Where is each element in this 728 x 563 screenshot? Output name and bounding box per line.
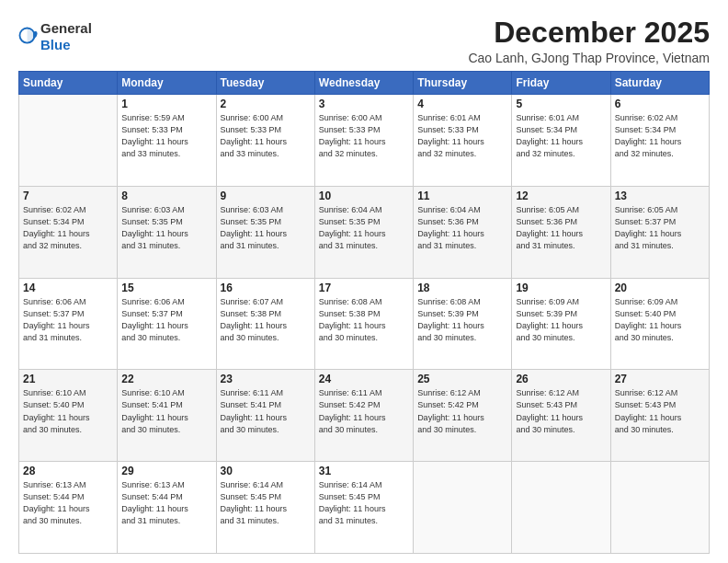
logo-text: General Blue (40, 20, 92, 53)
day-info: Sunrise: 6:06 AM Sunset: 5:37 PM Dayligh… (23, 296, 113, 344)
calendar-cell: 10Sunrise: 6:04 AM Sunset: 5:35 PM Dayli… (314, 186, 413, 278)
day-info: Sunrise: 6:01 AM Sunset: 5:34 PM Dayligh… (516, 112, 606, 160)
day-number: 31 (319, 465, 409, 477)
day-info: Sunrise: 6:04 AM Sunset: 5:36 PM Dayligh… (417, 204, 507, 252)
calendar-week-row: 14Sunrise: 6:06 AM Sunset: 5:37 PM Dayli… (19, 278, 710, 370)
day-number: 4 (417, 98, 507, 110)
header: General Blue December 2025 Cao Lanh, GJo… (18, 17, 710, 65)
calendar-cell: 9Sunrise: 6:03 AM Sunset: 5:35 PM Daylig… (216, 186, 314, 278)
day-info: Sunrise: 6:00 AM Sunset: 5:33 PM Dayligh… (319, 112, 409, 160)
calendar-day-header: Sunday (19, 72, 118, 95)
day-info: Sunrise: 6:09 AM Sunset: 5:40 PM Dayligh… (615, 296, 705, 344)
calendar-cell: 2Sunrise: 6:00 AM Sunset: 5:33 PM Daylig… (216, 95, 314, 187)
day-number: 21 (23, 373, 113, 385)
logo: General Blue (18, 20, 92, 53)
calendar-cell: 24Sunrise: 6:11 AM Sunset: 5:42 PM Dayli… (314, 370, 413, 462)
calendar-cell (19, 95, 118, 187)
day-number: 6 (615, 98, 705, 110)
calendar-header-row: SundayMondayTuesdayWednesdayThursdayFrid… (19, 72, 710, 95)
day-number: 5 (516, 98, 606, 110)
day-number: 10 (319, 190, 409, 202)
calendar-cell: 27Sunrise: 6:12 AM Sunset: 5:43 PM Dayli… (610, 370, 709, 462)
day-number: 2 (221, 98, 311, 110)
day-number: 14 (23, 282, 113, 294)
day-number: 28 (23, 465, 113, 477)
day-number: 24 (319, 373, 409, 385)
calendar-cell: 17Sunrise: 6:08 AM Sunset: 5:38 PM Dayli… (314, 278, 413, 370)
calendar-cell: 22Sunrise: 6:10 AM Sunset: 5:41 PM Dayli… (118, 370, 216, 462)
day-info: Sunrise: 5:59 AM Sunset: 5:33 PM Dayligh… (121, 112, 211, 160)
day-info: Sunrise: 6:13 AM Sunset: 5:44 PM Dayligh… (23, 479, 113, 527)
calendar-cell (414, 462, 512, 554)
day-info: Sunrise: 6:11 AM Sunset: 5:42 PM Dayligh… (319, 387, 409, 435)
day-number: 25 (417, 373, 507, 385)
calendar-cell: 7Sunrise: 6:02 AM Sunset: 5:34 PM Daylig… (19, 186, 118, 278)
day-number: 18 (417, 282, 507, 294)
day-info: Sunrise: 6:13 AM Sunset: 5:44 PM Dayligh… (121, 479, 211, 527)
day-info: Sunrise: 6:08 AM Sunset: 5:39 PM Dayligh… (417, 296, 507, 344)
day-number: 11 (417, 190, 507, 202)
page: General Blue December 2025 Cao Lanh, GJo… (0, 0, 728, 563)
calendar-cell (512, 462, 610, 554)
calendar-cell: 31Sunrise: 6:14 AM Sunset: 5:45 PM Dayli… (314, 462, 413, 554)
day-info: Sunrise: 6:03 AM Sunset: 5:35 PM Dayligh… (221, 204, 311, 252)
calendar-cell: 5Sunrise: 6:01 AM Sunset: 5:34 PM Daylig… (512, 95, 610, 187)
calendar-cell (610, 462, 709, 554)
subtitle: Cao Lanh, GJong Thap Province, Vietnam (468, 51, 710, 65)
day-info: Sunrise: 6:04 AM Sunset: 5:35 PM Dayligh… (319, 204, 409, 252)
day-number: 8 (121, 190, 211, 202)
day-info: Sunrise: 6:12 AM Sunset: 5:42 PM Dayligh… (417, 387, 507, 435)
day-number: 12 (516, 190, 606, 202)
day-number: 15 (121, 282, 211, 294)
day-number: 23 (221, 373, 311, 385)
day-number: 22 (121, 373, 211, 385)
day-number: 29 (121, 465, 211, 477)
calendar-cell: 3Sunrise: 6:00 AM Sunset: 5:33 PM Daylig… (314, 95, 413, 187)
day-info: Sunrise: 6:06 AM Sunset: 5:37 PM Dayligh… (121, 296, 211, 344)
day-number: 16 (221, 282, 311, 294)
day-info: Sunrise: 6:02 AM Sunset: 5:34 PM Dayligh… (23, 204, 113, 252)
day-info: Sunrise: 6:02 AM Sunset: 5:34 PM Dayligh… (615, 112, 705, 160)
day-number: 27 (615, 373, 705, 385)
day-number: 1 (121, 98, 211, 110)
calendar-week-row: 1Sunrise: 5:59 AM Sunset: 5:33 PM Daylig… (19, 95, 710, 187)
calendar-cell: 29Sunrise: 6:13 AM Sunset: 5:44 PM Dayli… (118, 462, 216, 554)
calendar-cell: 26Sunrise: 6:12 AM Sunset: 5:43 PM Dayli… (512, 370, 610, 462)
day-info: Sunrise: 6:14 AM Sunset: 5:45 PM Dayligh… (319, 479, 409, 527)
day-info: Sunrise: 6:00 AM Sunset: 5:33 PM Dayligh… (221, 112, 311, 160)
calendar-cell: 18Sunrise: 6:08 AM Sunset: 5:39 PM Dayli… (414, 278, 512, 370)
logo-blue: Blue (40, 37, 71, 52)
calendar-table: SundayMondayTuesdayWednesdayThursdayFrid… (18, 71, 710, 554)
calendar-cell: 21Sunrise: 6:10 AM Sunset: 5:40 PM Dayli… (19, 370, 118, 462)
day-number: 20 (615, 282, 705, 294)
calendar-cell: 4Sunrise: 6:01 AM Sunset: 5:33 PM Daylig… (414, 95, 512, 187)
calendar-cell: 25Sunrise: 6:12 AM Sunset: 5:42 PM Dayli… (414, 370, 512, 462)
day-number: 9 (221, 190, 311, 202)
calendar-day-header: Thursday (414, 72, 512, 95)
day-info: Sunrise: 6:12 AM Sunset: 5:43 PM Dayligh… (516, 387, 606, 435)
calendar-cell: 12Sunrise: 6:05 AM Sunset: 5:36 PM Dayli… (512, 186, 610, 278)
day-number: 3 (319, 98, 409, 110)
calendar-cell: 20Sunrise: 6:09 AM Sunset: 5:40 PM Dayli… (610, 278, 709, 370)
day-info: Sunrise: 6:05 AM Sunset: 5:36 PM Dayligh… (516, 204, 606, 252)
day-info: Sunrise: 6:12 AM Sunset: 5:43 PM Dayligh… (615, 387, 705, 435)
day-info: Sunrise: 6:14 AM Sunset: 5:45 PM Dayligh… (221, 479, 311, 527)
day-info: Sunrise: 6:07 AM Sunset: 5:38 PM Dayligh… (221, 296, 311, 344)
day-number: 7 (23, 190, 113, 202)
day-info: Sunrise: 6:03 AM Sunset: 5:35 PM Dayligh… (121, 204, 211, 252)
day-number: 26 (516, 373, 606, 385)
calendar-cell: 1Sunrise: 5:59 AM Sunset: 5:33 PM Daylig… (118, 95, 216, 187)
calendar-cell: 16Sunrise: 6:07 AM Sunset: 5:38 PM Dayli… (216, 278, 314, 370)
calendar-day-header: Wednesday (314, 72, 413, 95)
calendar-cell: 13Sunrise: 6:05 AM Sunset: 5:37 PM Dayli… (610, 186, 709, 278)
calendar-cell: 30Sunrise: 6:14 AM Sunset: 5:45 PM Dayli… (216, 462, 314, 554)
calendar-cell: 15Sunrise: 6:06 AM Sunset: 5:37 PM Dayli… (118, 278, 216, 370)
day-info: Sunrise: 6:10 AM Sunset: 5:41 PM Dayligh… (121, 387, 211, 435)
main-title: December 2025 (468, 17, 710, 49)
calendar-day-header: Monday (118, 72, 216, 95)
day-info: Sunrise: 6:01 AM Sunset: 5:33 PM Dayligh… (417, 112, 507, 160)
day-number: 17 (319, 282, 409, 294)
title-block: December 2025 Cao Lanh, GJong Thap Provi… (468, 17, 710, 65)
logo-general: General (40, 20, 92, 36)
logo-icon (18, 27, 39, 47)
